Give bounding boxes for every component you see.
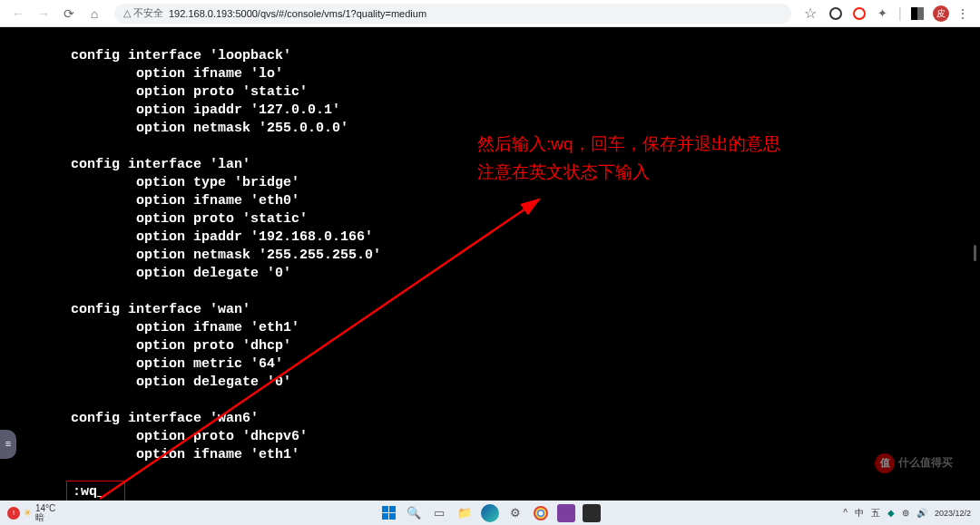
start-button[interactable] — [379, 504, 397, 522]
terminal-line — [71, 283, 980, 301]
bookmark-star-icon[interactable]: ☆ — [804, 5, 817, 22]
not-secure-indicator: △ 不安全 — [123, 6, 163, 20]
volume-icon[interactable]: 🔊 — [916, 508, 927, 518]
tray-app-icon[interactable]: ◆ — [887, 508, 895, 518]
terminal-line: option ifname 'eth0' — [71, 192, 980, 210]
url-text: 192.168.0.193:5000/qvs/#/console/vms/1?q… — [169, 8, 426, 19]
settings-icon[interactable]: ⚙ — [506, 504, 524, 522]
extension-o-black-icon[interactable] — [828, 5, 844, 22]
watermark: 值 什么值得买 — [875, 453, 953, 473]
terminal-line: option delegate '0' — [71, 265, 980, 283]
windows-taskbar: ! ☀ 14°C 暗 🔍 ▭ 📁 ⚙ ^ 中 五 ◆ ⊚ 🔊 2023/12/2 — [0, 501, 980, 525]
annotation-line-1: 然后输入:wq，回车，保存并退出的意思 — [477, 131, 780, 158]
browser-toolbar: ← → ⟳ ⌂ △ 不安全 192.168.0.193:5000/qvs/#/c… — [0, 0, 980, 27]
reload-button[interactable]: ⟳ — [58, 3, 80, 24]
terminal-line: option proto 'static' — [71, 83, 980, 102]
home-button[interactable]: ⌂ — [83, 3, 105, 24]
tray-chevron-icon[interactable]: ^ — [843, 508, 848, 518]
ime-language[interactable]: 中 — [855, 507, 864, 520]
extensions-puzzle-icon[interactable]: ✦ — [875, 5, 891, 22]
security-label: 不安全 — [133, 6, 163, 20]
menu-kebab-icon[interactable]: ⋮ — [956, 6, 969, 21]
watermark-text: 什么值得买 — [898, 454, 953, 472]
terminal-line: option metric '64' — [71, 355, 980, 374]
profile-avatar[interactable]: 皮 — [933, 5, 949, 22]
app-purple-icon[interactable] — [557, 504, 575, 522]
svg-rect-1 — [382, 506, 388, 512]
terminal-line: config interface 'loopback' — [71, 47, 980, 65]
extension-square-icon[interactable] — [909, 5, 926, 22]
chrome-icon[interactable] — [532, 504, 550, 522]
weather-sun-icon: ☀ — [24, 508, 32, 518]
edge-icon[interactable] — [481, 504, 499, 522]
back-button[interactable]: ← — [7, 3, 29, 24]
tray-date: 2023/12/2 — [935, 509, 971, 518]
terminal-line: option ifname 'eth1' — [71, 446, 980, 464]
clock[interactable]: 2023/12/2 — [935, 509, 971, 518]
address-bar[interactable]: △ 不安全 192.168.0.193:5000/qvs/#/console/v… — [114, 4, 791, 24]
terminal-line — [71, 392, 980, 410]
vi-command-text: :wq — [73, 484, 97, 500]
divider: | — [898, 5, 902, 22]
terminal-line: option ifname 'lo' — [71, 65, 980, 83]
extension-opera-icon[interactable] — [851, 5, 867, 22]
terminal-line: option proto 'dhcpv6' — [71, 428, 980, 446]
scrollbar-thumb[interactable] — [974, 245, 976, 261]
svg-point-8 — [539, 510, 544, 515]
search-icon[interactable]: 🔍 — [405, 504, 423, 522]
file-explorer-icon[interactable]: 📁 — [456, 504, 474, 522]
terminal-line: config interface 'wan6' — [71, 410, 980, 428]
annotation-line-2: 注意在英文状态下输入 — [477, 159, 650, 186]
svg-rect-2 — [389, 506, 396, 512]
taskbar-center: 🔍 ▭ 📁 ⚙ — [379, 504, 601, 522]
app-dark-icon[interactable] — [583, 504, 601, 522]
weather-desc: 暗 — [35, 513, 55, 522]
vnc-console[interactable]: config interface 'loopback' option ifnam… — [0, 27, 980, 501]
weather-alert-icon: ! — [7, 507, 20, 520]
task-view-icon[interactable]: ▭ — [430, 504, 448, 522]
forward-button[interactable]: → — [33, 3, 54, 24]
weather-temp: 14°C — [35, 504, 55, 513]
terminal-line: config interface 'wan' — [71, 301, 980, 319]
cursor — [97, 484, 105, 500]
terminal-line: option ifname 'eth1' — [71, 319, 980, 337]
terminal-line: option ipaddr '127.0.0.1' — [71, 102, 980, 120]
system-tray: ^ 中 五 ◆ ⊚ 🔊 2023/12/2 — [834, 507, 980, 520]
terminal-line: option proto 'dhcp' — [71, 337, 980, 355]
extension-area: ☆ ✦ | 皮 ⋮ — [800, 5, 973, 22]
warning-icon: △ — [123, 7, 131, 19]
svg-rect-3 — [382, 513, 388, 520]
terminal-line: option netmask '255.255.255.0' — [71, 247, 980, 265]
weather-widget[interactable]: ! ☀ 14°C 暗 — [0, 504, 63, 522]
terminal-line: option ipaddr '192.168.0.166' — [71, 228, 980, 247]
terminal-line: option delegate '0' — [71, 374, 980, 392]
side-panel-tab[interactable]: ≡ — [0, 430, 16, 459]
terminal-line: option proto 'static' — [71, 210, 980, 228]
watermark-logo: 值 — [875, 453, 895, 473]
svg-rect-4 — [389, 513, 396, 520]
wifi-icon[interactable]: ⊚ — [902, 508, 909, 518]
ime-mode[interactable]: 五 — [871, 507, 880, 520]
